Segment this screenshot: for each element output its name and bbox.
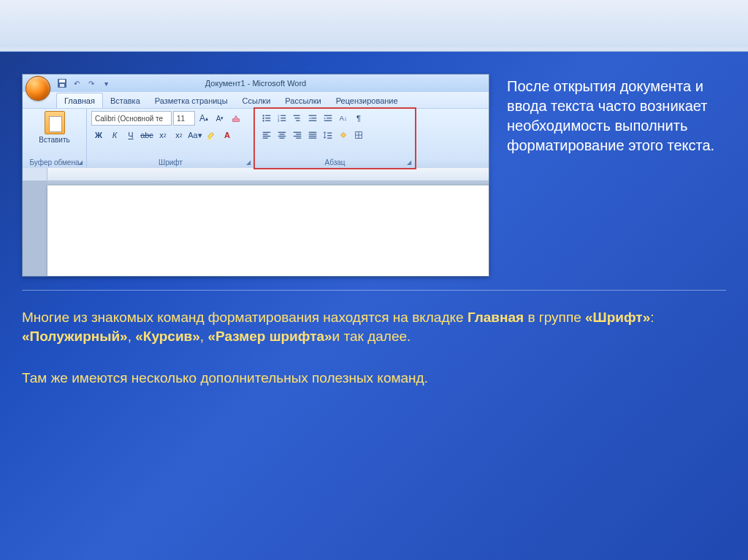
font-color-button[interactable]: A (220, 128, 234, 142)
font-size-combo[interactable]: 11 (173, 111, 195, 126)
svg-rect-29 (263, 138, 268, 139)
document-area (23, 181, 489, 276)
align-right-button[interactable] (290, 128, 305, 142)
ribbon-tabs: Главная Вставка Разметка страницы Ссылки… (23, 92, 489, 108)
clear-format-icon[interactable] (229, 111, 243, 126)
svg-rect-41 (309, 138, 317, 139)
font-dialog-launcher[interactable]: ◢ (244, 158, 253, 166)
shrink-font-icon[interactable]: A▾ (213, 111, 227, 126)
svg-rect-1 (59, 80, 65, 83)
paste-label: Вставить (39, 136, 69, 144)
svg-rect-16 (280, 120, 286, 121)
highlight-button[interactable] (204, 128, 218, 142)
shading-button[interactable] (336, 128, 351, 142)
font-group-label: Шрифт (91, 158, 250, 167)
svg-rect-14 (280, 118, 286, 118)
svg-rect-42 (327, 133, 332, 134)
svg-point-5 (262, 115, 264, 116)
svg-rect-26 (263, 132, 271, 133)
sort-button[interactable]: A↓ (336, 111, 351, 126)
body-text-2: Там же имеются несколько дополнительных … (0, 361, 748, 388)
svg-rect-43 (327, 135, 332, 136)
tab-mailings[interactable]: Рассылки (278, 93, 328, 108)
align-left-button[interactable] (259, 128, 274, 142)
word-titlebar: ↶ ↷ ▾ Документ1 - Microsoft Word (23, 74, 489, 92)
svg-rect-44 (327, 138, 332, 139)
word-window: ↶ ↷ ▾ Документ1 - Microsoft Word Главная… (22, 74, 489, 277)
svg-rect-31 (280, 134, 285, 134)
svg-rect-32 (278, 136, 286, 137)
tab-layout[interactable]: Разметка страницы (148, 93, 235, 108)
redo-icon[interactable]: ↷ (85, 77, 97, 89)
svg-rect-18 (295, 118, 300, 118)
svg-rect-35 (296, 134, 301, 134)
svg-rect-38 (309, 132, 317, 133)
tab-references[interactable]: Ссылки (235, 93, 278, 108)
svg-text:3: 3 (278, 119, 280, 123)
office-button[interactable] (26, 76, 50, 101)
paste-icon (45, 111, 65, 134)
svg-rect-20 (309, 115, 317, 116)
svg-point-9 (262, 120, 264, 121)
svg-rect-30 (278, 132, 286, 133)
borders-button[interactable] (351, 128, 366, 142)
svg-rect-23 (324, 115, 332, 116)
increase-indent-button[interactable] (321, 111, 335, 126)
font-name-combo[interactable]: Calibri (Основной те (91, 111, 172, 126)
group-font: Calibri (Основной те 11 A▴ A▾ Ж К Ч abc … (87, 109, 255, 168)
bullets-button[interactable] (259, 111, 274, 126)
bold-button[interactable]: Ж (91, 128, 106, 142)
svg-rect-2 (60, 84, 64, 87)
underline-button[interactable]: Ч (123, 128, 138, 142)
svg-rect-8 (265, 118, 270, 118)
show-marks-button[interactable]: ¶ (351, 111, 366, 126)
save-icon[interactable] (56, 77, 68, 89)
line-spacing-button[interactable] (321, 128, 335, 142)
svg-rect-12 (280, 115, 286, 116)
svg-rect-28 (263, 136, 271, 137)
paragraph-dialog-launcher[interactable]: ◢ (405, 158, 413, 166)
svg-rect-3 (233, 119, 240, 122)
change-case-button[interactable]: Aa▾ (188, 128, 202, 142)
justify-button[interactable] (305, 128, 320, 142)
subscript-button[interactable]: x2 (156, 128, 170, 142)
svg-rect-36 (294, 136, 302, 137)
ribbon: Вставить Буфер обмена ◢ Calibri (Основно… (23, 108, 489, 168)
quick-access-toolbar: ↶ ↷ ▾ (56, 77, 112, 89)
align-center-button[interactable] (275, 128, 289, 142)
side-text: После открытия документа и ввода текста … (507, 74, 726, 156)
group-clipboard: Вставить Буфер обмена ◢ (23, 109, 87, 168)
svg-rect-4 (207, 138, 211, 139)
svg-point-7 (262, 118, 264, 119)
svg-rect-27 (263, 134, 268, 134)
undo-icon[interactable]: ↶ (71, 77, 83, 89)
tab-home[interactable]: Главная (56, 93, 103, 108)
paste-button[interactable]: Вставить (27, 111, 82, 144)
body-text-1: Многие из знакомых команд форматирования… (0, 301, 748, 345)
svg-rect-39 (309, 134, 317, 134)
group-paragraph: 123 A↓ ¶ (255, 109, 416, 168)
decrease-indent-button[interactable] (305, 111, 320, 126)
svg-rect-34 (294, 132, 302, 133)
italic-button[interactable]: К (107, 128, 122, 142)
paragraph-group-label: Абзац (259, 158, 411, 167)
clipboard-dialog-launcher[interactable]: ◢ (76, 158, 85, 166)
svg-rect-37 (296, 138, 301, 139)
document-page[interactable] (47, 185, 489, 276)
qat-dropdown-icon[interactable]: ▾ (100, 77, 112, 89)
svg-rect-21 (311, 118, 316, 118)
clipboard-group-label: Буфер обмена (27, 158, 82, 167)
grow-font-icon[interactable]: A▴ (196, 111, 211, 126)
superscript-button[interactable]: x2 (172, 128, 186, 142)
tab-review[interactable]: Рецензирование (329, 93, 405, 108)
ruler (23, 168, 489, 181)
multilevel-button[interactable] (290, 111, 305, 126)
svg-rect-33 (280, 138, 285, 139)
svg-rect-10 (265, 120, 270, 121)
svg-rect-6 (265, 115, 270, 116)
tab-insert[interactable]: Вставка (103, 93, 148, 108)
strike-button[interactable]: abc (140, 128, 154, 142)
divider (22, 290, 726, 291)
numbering-button[interactable]: 123 (275, 111, 289, 126)
svg-rect-19 (296, 120, 299, 121)
